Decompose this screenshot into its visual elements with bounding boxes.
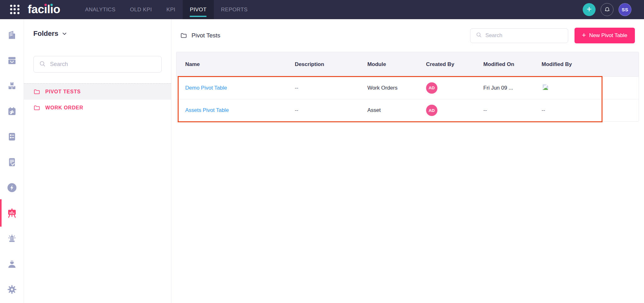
sidebar-item-maintenance[interactable] [0, 98, 24, 124]
sidebar-item-inventory[interactable] [0, 73, 24, 98]
folder-label: PIVOT TESTS [45, 89, 81, 95]
tab-old-kpi[interactable]: OLD KPI [123, 0, 159, 19]
top-navigation-bar: facılıo ANALYTICS OLD KPI KPI PIVOT REPO… [0, 0, 644, 19]
folder-item-pivot-tests[interactable]: PIVOT TESTS [24, 83, 171, 100]
folder-icon [33, 104, 40, 111]
tab-kpi[interactable]: KPI [159, 0, 183, 19]
folder-item-work-order[interactable]: WORK ORDER [24, 100, 171, 116]
sidebar-item-energy[interactable] [0, 175, 24, 200]
plus-icon: + [582, 32, 586, 39]
pivot-tables-list: Name Description Module Created By Modif… [176, 52, 639, 122]
sidebar-item-people[interactable] [0, 251, 24, 277]
folder-icon [33, 88, 40, 95]
column-header-modified-by: Modified By [533, 61, 639, 68]
sidebar-item-storage[interactable] [0, 47, 24, 73]
created-by-avatar: AD [426, 82, 437, 94]
main-nav: ANALYTICS OLD KPI KPI PIVOT REPORTS [78, 0, 255, 19]
logo-text: l [47, 3, 50, 16]
column-header-module: Module [358, 61, 417, 68]
app-grid-icon[interactable] [10, 5, 19, 14]
topbar-actions: + SS [583, 0, 644, 19]
column-header-name: Name [176, 61, 286, 68]
analytics-icon [6, 207, 18, 219]
people-icon [7, 259, 17, 269]
cell-description: -- [286, 107, 358, 113]
storage-icon [7, 55, 17, 66]
facilio-logo[interactable]: facılıo [28, 3, 60, 19]
folders-search-input[interactable] [33, 56, 162, 73]
folder-list: PIVOT TESTS WORK ORDER [24, 83, 171, 116]
cell-modified-on: -- [475, 107, 533, 113]
report-doc-icon [7, 157, 17, 168]
form-icon [7, 131, 17, 142]
pivot-link[interactable]: Demo Pivot Table [185, 85, 227, 91]
logo-i-pink-dot: ı [44, 3, 47, 16]
maintenance-icon [7, 106, 17, 117]
logo-i-teal-dot: ı [50, 3, 53, 16]
sidebar-item-alarms[interactable] [0, 226, 24, 251]
folders-title: Folders [33, 30, 58, 38]
content-header: Pivot Tests + New Pivot Table [171, 19, 644, 52]
search-icon [39, 60, 46, 69]
user-avatar[interactable]: SS [619, 3, 631, 16]
energy-icon [6, 182, 18, 193]
created-by-avatar: AD [426, 105, 437, 116]
pivot-search-input[interactable] [470, 28, 568, 43]
new-pivot-table-label: New Pivot Table [589, 32, 627, 39]
main-content: Pivot Tests + New Pivot Table Name Descr… [171, 19, 644, 303]
sidebar-item-reports-doc[interactable] [0, 149, 24, 175]
module-sidebar [0, 19, 24, 303]
table-row[interactable]: Demo Pivot Table -- Work Orders AD Fri J… [176, 77, 639, 99]
column-header-description: Description [286, 61, 358, 68]
search-icon [476, 32, 482, 39]
cell-module: Work Orders [358, 85, 417, 91]
folders-dropdown[interactable]: Folders [24, 19, 171, 38]
notifications-button[interactable] [601, 3, 613, 16]
table-header-row: Name Description Module Created By Modif… [176, 52, 639, 77]
new-pivot-table-button[interactable]: + New Pivot Table [575, 28, 635, 43]
cell-modified-by: -- [533, 107, 639, 113]
chevron-down-icon [61, 30, 68, 37]
building-icon [7, 30, 17, 40]
broken-image-icon [541, 83, 549, 91]
column-header-created-by: Created By [417, 61, 475, 68]
column-header-modified-on: Modified On [475, 61, 533, 68]
logo-text: o [53, 3, 60, 16]
pivot-link[interactable]: Assets Pivot Table [185, 107, 229, 113]
logo-text: fac [28, 3, 44, 16]
table-row[interactable]: Assets Pivot Table -- Asset AD -- -- [176, 99, 639, 121]
sidebar-item-settings[interactable] [0, 277, 24, 302]
cell-modified-on: Fri Jun 09 ... [475, 85, 533, 91]
alarm-icon [7, 233, 17, 244]
sidebar-item-forms[interactable] [0, 124, 24, 149]
add-button[interactable]: + [583, 3, 596, 16]
page-title: Pivot Tests [180, 32, 220, 39]
tab-analytics[interactable]: ANALYTICS [78, 0, 123, 19]
tab-pivot[interactable]: PIVOT [183, 0, 214, 19]
cell-modified-by [533, 83, 639, 93]
folders-panel: Folders PIVOT TESTS WORK ORDER [24, 19, 171, 303]
sidebar-item-portfolio[interactable] [0, 22, 24, 47]
tab-reports[interactable]: REPORTS [214, 0, 255, 19]
inventory-icon [7, 80, 17, 91]
sidebar-item-analytics[interactable] [0, 200, 24, 226]
folder-label: WORK ORDER [45, 105, 83, 111]
folder-icon [180, 32, 187, 39]
bell-icon [604, 6, 611, 13]
page-title-text: Pivot Tests [192, 32, 220, 39]
cell-module: Asset [358, 107, 417, 113]
settings-icon [7, 284, 17, 295]
cell-description: -- [286, 85, 358, 91]
